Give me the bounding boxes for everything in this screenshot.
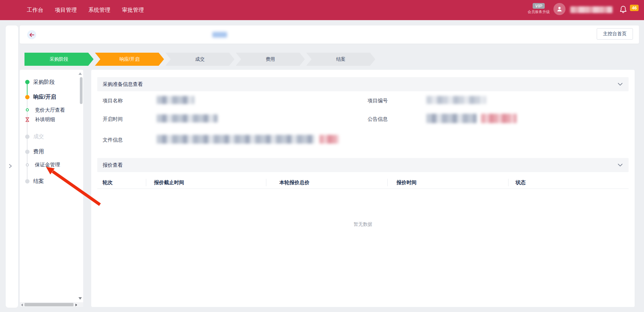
stage-progress-bar: 采购阶段 响应/开启 成交 费用 结案 — [24, 53, 377, 66]
col-header-deadline: 报价截止时间 — [154, 179, 184, 186]
page-header: 主控台首页 — [20, 25, 639, 44]
scroll-left-icon[interactable] — [21, 304, 23, 306]
empty-state-text: 暂无数据 — [91, 221, 635, 227]
field-label-open-time: 开启时间 — [103, 116, 123, 122]
sidebar-item-deposit-mgmt[interactable]: 保证金管理 — [35, 162, 60, 168]
notification-count-badge[interactable]: 46 — [630, 5, 639, 11]
vertical-scrollbar-thumb[interactable] — [80, 77, 83, 104]
stage-sidebar: 采购阶段 响应/开启 竞价大厅查看 补填明细 成交 费用 保证金管理 结案 — [20, 70, 83, 307]
sidebar-item-procurement[interactable]: 采购阶段 — [33, 79, 55, 86]
sidebar-item-deal[interactable]: 成交 — [33, 133, 44, 140]
username-redacted[interactable] — [570, 6, 612, 13]
value-project-code-redacted — [426, 96, 486, 104]
column-divider — [387, 179, 388, 186]
link-files-redacted[interactable] — [319, 135, 339, 144]
vip-upgrade[interactable]: VIP 会员服务升级 — [525, 3, 552, 14]
dot-done-icon — [25, 80, 30, 84]
collapsed-side-panel — [6, 25, 18, 308]
column-divider — [266, 179, 266, 186]
field-label-files: 文件信息 — [103, 137, 123, 143]
console-home-button[interactable]: 主控台首页 — [597, 28, 633, 40]
notification-bell-icon[interactable] — [619, 5, 627, 14]
ring-active-icon — [26, 108, 29, 111]
nav-right-cluster: VIP 会员服务升级 46 — [503, 0, 644, 20]
nav-menu: 工作台 项目管理 系统管理 审批管理 — [0, 7, 144, 14]
field-label-project-name: 项目名称 — [103, 98, 123, 104]
value-files-redacted — [157, 135, 315, 144]
field-label-project-code: 项目编号 — [368, 98, 388, 104]
nav-item-workbench[interactable]: 工作台 — [27, 7, 44, 14]
stage-step-fees[interactable]: 费用 — [236, 53, 305, 66]
horizontal-scrollbar-thumb[interactable] — [24, 303, 73, 306]
stage-step-deal[interactable]: 成交 — [165, 53, 234, 66]
sidebar-item-response-open[interactable]: 响应/开启 — [33, 94, 56, 101]
stage-step-procurement[interactable]: 采购阶段 — [24, 53, 94, 66]
dot-pending2-icon — [25, 179, 30, 184]
project-title-redacted — [41, 31, 193, 38]
stage-step-response-open[interactable]: 响应/开启 — [95, 53, 164, 66]
person-icon — [556, 6, 563, 12]
value-announcement-redacted — [426, 114, 477, 123]
stage-step-closure[interactable]: 结案 — [306, 53, 375, 66]
ring-pending-icon — [26, 163, 29, 166]
section-quote-header[interactable]: 报价查看 — [97, 158, 629, 172]
top-nav: 工作台 项目管理 系统管理 审批管理 VIP 会员服务升级 46 — [0, 0, 644, 20]
scroll-down-icon[interactable] — [78, 297, 82, 300]
table-header-border — [97, 189, 629, 189]
col-header-status: 状态 — [516, 179, 526, 186]
nav-item-system-mgmt[interactable]: 系统管理 — [89, 7, 111, 14]
back-button[interactable] — [27, 30, 36, 39]
col-header-quote-time: 报价时间 — [396, 179, 417, 186]
sidebar-item-closure[interactable]: 结案 — [33, 178, 44, 185]
section-prep-header[interactable]: 采购准备信息查看 — [97, 77, 629, 91]
sidebar-item-bidding-hall[interactable]: 竞价大厅查看 — [35, 107, 65, 113]
section-prep-title: 采购准备信息查看 — [103, 81, 143, 88]
nav-item-project-mgmt[interactable]: 项目管理 — [55, 7, 77, 14]
chevron-down-icon[interactable] — [618, 82, 623, 87]
vip-caption: 会员服务升级 — [525, 9, 552, 14]
scroll-up-icon[interactable] — [78, 72, 82, 75]
avatar[interactable] — [553, 3, 566, 15]
dot-pending-icon — [25, 150, 30, 154]
section-quote-title: 报价查看 — [103, 162, 123, 168]
value-project-name-redacted — [157, 96, 194, 104]
main-content: 采购准备信息查看 项目名称 项目编号 开启时间 公告信息 文件信息 报价查看 轮… — [91, 70, 635, 307]
dot-active-icon — [25, 95, 30, 99]
col-header-total-price: 本轮报价总价 — [279, 179, 310, 186]
col-header-round: 轮次 — [103, 179, 113, 186]
link-announcement-redacted[interactable] — [481, 114, 517, 123]
column-divider — [508, 179, 508, 186]
dot-disabled-icon — [25, 135, 30, 139]
field-label-announcement: 公告信息 — [368, 116, 388, 122]
column-divider — [146, 179, 146, 186]
value-open-time-redacted — [157, 114, 218, 122]
chevron-down-icon[interactable] — [618, 163, 623, 167]
status-chip-redacted — [212, 32, 227, 38]
sidebar-item-supplement-detail[interactable]: 补填明细 — [35, 116, 55, 123]
sidebar-item-fees[interactable]: 费用 — [33, 148, 44, 155]
horizontal-scrollbar[interactable] — [20, 302, 83, 307]
nav-item-approval-mgmt[interactable]: 审批管理 — [122, 7, 144, 14]
hourglass-icon — [25, 117, 30, 122]
expand-panel-icon[interactable] — [8, 164, 12, 168]
scroll-right-icon[interactable] — [75, 304, 77, 306]
arrow-left-icon — [29, 33, 34, 37]
vip-icon: VIP — [533, 3, 545, 9]
